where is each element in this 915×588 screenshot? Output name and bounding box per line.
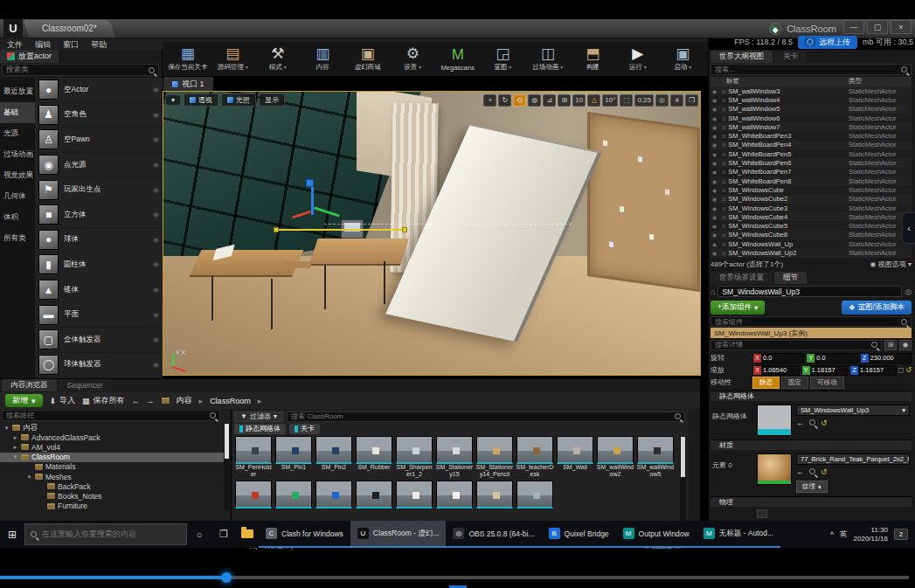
gizmo-z-handle[interactable] [306, 179, 314, 187]
reset-icon[interactable]: ↺ [821, 419, 828, 427]
close-button[interactable]: × [891, 20, 912, 34]
menu-item[interactable]: 编辑 [35, 39, 51, 51]
outliner-row[interactable]: ◉ ⌂ SM_WindowsCube2 StaticMeshActor [711, 195, 912, 204]
place-actors-category[interactable]: 体积 [0, 207, 35, 228]
taskbar-app[interactable]: ◎ OBS 25.0.8 (64-bi... [446, 521, 541, 548]
upload-badge[interactable]: ⬡远程上传 [798, 36, 857, 49]
asset-tile[interactable]: SM_Pin1 [274, 436, 313, 479]
expand-arrow-icon[interactable]: ▾ [12, 453, 18, 460]
place-actors-category[interactable]: 基础 [0, 102, 35, 123]
video-progress-bar[interactable] [0, 576, 909, 579]
toolbar-button[interactable]: ⚙ 设置 ▾ [392, 43, 435, 76]
outliner-tab[interactable]: 关卡 [774, 51, 807, 63]
toolbar-button[interactable]: ◫ 过场动画 ▾ [526, 43, 570, 76]
outliner-row[interactable]: ◉ ⌂ SM_WindowsCube4 StaticMeshActor [711, 212, 912, 221]
static-mesh-thumbnail[interactable] [757, 405, 792, 436]
details-tab[interactable]: 世界场景设置 [711, 272, 773, 284]
expand-arrow-icon[interactable]: ▾ [26, 474, 32, 481]
actor-name-field[interactable]: SM_WindowsWall_Up3 [717, 286, 902, 297]
path-search[interactable]: 搜索路径 [2, 410, 220, 421]
asset-tile[interactable]: SM_teacherDesk [516, 436, 554, 479]
minimize-button[interactable]: — [843, 20, 864, 34]
use-selected-icon[interactable]: ← [796, 419, 804, 427]
rotation-snap-value[interactable]: 10° [602, 94, 618, 107]
visibility-eye-icon[interactable]: ◉ [712, 160, 719, 166]
outliner-row[interactable]: ◉ ⌂ SM_WindowsCube6 StaticMeshActor [711, 231, 912, 239]
place-actor-item[interactable]: ● 球体 ◉ [35, 228, 163, 253]
place-actors-category[interactable]: 最近放置 [0, 81, 35, 102]
outliner-row[interactable]: ◉ ⌂ SM_wallWindow5 StaticMeshActor [711, 105, 912, 114]
lock-icon[interactable]: ◎ [905, 287, 912, 296]
reset-icon[interactable]: ↺ [905, 366, 912, 374]
place-actors-category[interactable]: 过场动画 [0, 144, 35, 165]
viewport-tab[interactable]: 视口 1 [163, 77, 213, 91]
place-actor-item[interactable]: ■ 立方体 ◉ [35, 203, 163, 228]
folder-tree-item[interactable]: Furniture [0, 502, 224, 511]
back-button[interactable]: ← [132, 397, 140, 405]
mobility-option[interactable]: 可移动 [810, 377, 844, 389]
visibility-eye-icon[interactable]: ◉ [712, 133, 719, 139]
maximize-viewport-button[interactable]: ❒ [685, 94, 698, 107]
place-actors-category[interactable]: 几何体 [0, 186, 35, 207]
tree-scrollbar[interactable] [224, 423, 230, 510]
visibility-eye-icon[interactable]: ◉ [712, 97, 719, 103]
language-indicator[interactable]: 英 [840, 529, 848, 540]
taskbar-app[interactable]: B Quixel Bridge [542, 521, 616, 548]
asset-tile[interactable]: SM_Wall [556, 436, 594, 479]
menu-item[interactable]: 窗口 [63, 39, 79, 51]
asset-tile[interactable]: SM_Stationery15 [435, 436, 474, 479]
place-actor-item[interactable]: ▢ 盒体触发器 ◉ [35, 328, 163, 353]
asset-tile[interactable]: SM_PenHolder [234, 436, 273, 479]
maximize-button[interactable]: ▢ [867, 20, 888, 34]
world-local-toggle[interactable]: ◍ [528, 94, 541, 107]
asset-tile[interactable]: SM_wallWindow2 [596, 436, 634, 479]
add-component-button[interactable]: +添加组件▾ [711, 301, 765, 315]
asset-grid-scrollbar[interactable] [680, 436, 686, 534]
folder-tree-item[interactable]: ▾ Meshes [0, 472, 224, 481]
place-actor-item[interactable]: ♟ 空角色 ◉ [35, 103, 163, 128]
place-actor-item[interactable]: ▲ 锥体 ◉ [35, 278, 163, 303]
camera-speed-value[interactable]: 4 [670, 94, 683, 107]
scale-tool-button[interactable]: ◇ [513, 94, 526, 107]
outliner-row[interactable]: ◉ ⌂ SM_WhiteBoardPen5 StaticMeshActor [711, 149, 912, 158]
breadcrumb-root[interactable]: 内容 [177, 395, 192, 406]
visibility-eye-icon[interactable]: ◉ [712, 106, 719, 112]
component-search[interactable]: 搜索组件 [711, 316, 912, 327]
selection-handle[interactable] [402, 227, 407, 232]
place-actor-item[interactable]: ● 空Actor ◉ [35, 78, 163, 103]
mobility-option[interactable]: 固定 [781, 377, 808, 389]
details-search[interactable]: 搜索详情 [711, 340, 882, 350]
toolbar-button[interactable]: ▣ 启动 ▾ [662, 43, 705, 76]
folder-tree-item[interactable]: ▾ 内容 [0, 423, 224, 432]
rotation-x-field[interactable]: X0.0 [752, 353, 804, 363]
surface-snap-button[interactable]: ⊿ [543, 94, 556, 107]
folder-tree-item[interactable]: ▾ ClassRoom [0, 453, 224, 462]
rotation-y-field[interactable]: Y0.0 [806, 353, 857, 363]
outliner-row[interactable]: ◉ ⌂ SM_wallWindow7 StaticMeshActor [711, 122, 912, 131]
visibility-eye-icon[interactable]: ◉ [712, 241, 719, 247]
outliner-row[interactable]: ◉ ⌂ SM_WindowsCube5 StaticMeshActor [711, 221, 912, 230]
outliner-row[interactable]: ◉ ⌂ SM_WindowsCube3 StaticMeshActor [711, 204, 912, 212]
visibility-eye-icon[interactable]: ◉ [712, 169, 719, 175]
outliner-row[interactable]: ◉ ⌂ SM_WindowsWall_Up StaticMeshActor [711, 239, 912, 248]
mobility-option[interactable]: 静态 [752, 377, 780, 389]
asset-tile[interactable] [315, 481, 353, 523]
project-tab[interactable]: Classroom02* [24, 20, 115, 38]
property-matrix-icon[interactable]: ⊞ [884, 340, 897, 350]
place-actors-tab[interactable]: 放置actor [0, 50, 59, 63]
outliner-view-options[interactable]: ◉ 视图选项 ▾ [870, 259, 912, 269]
cortana-button[interactable]: ○ [187, 521, 211, 548]
asset-tile[interactable] [516, 481, 554, 523]
import-button[interactable]: ⬇导入 [50, 395, 76, 406]
taskbar-app[interactable]: C Clash for Windows [259, 521, 350, 548]
asset-tile[interactable] [274, 481, 313, 523]
toolbar-button[interactable]: ◲ 蓝图 ▾ [482, 43, 525, 76]
visibility-eye-icon[interactable]: ◉ [712, 151, 719, 157]
toolbar-button[interactable]: ▶ 运行 ▾ [616, 43, 660, 76]
gizmo-z-axis[interactable] [311, 185, 314, 215]
content-browser-tab[interactable]: 内容浏览器 [2, 379, 57, 391]
place-actors-search[interactable]: 搜索类 [2, 64, 159, 76]
asset-tile[interactable] [435, 481, 474, 523]
notification-icon[interactable]: 2 [894, 529, 908, 540]
visibility-eye-icon[interactable]: ◉ [712, 196, 719, 202]
